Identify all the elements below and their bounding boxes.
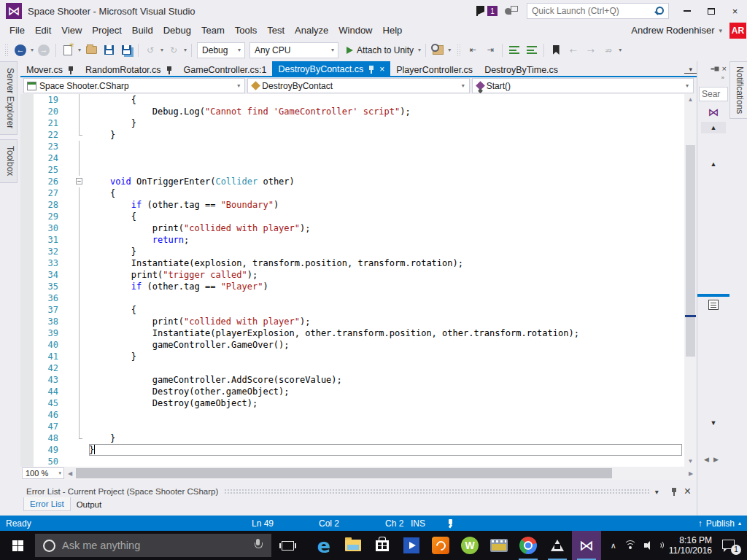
start-button[interactable] [0, 531, 35, 560]
code-line-29[interactable]: 29 { [20, 211, 684, 222]
editor-vertical-scrollbar[interactable]: ▲ ▼ [684, 94, 697, 467]
tab-close-icon[interactable]: × [379, 64, 384, 74]
outlining-margin[interactable] [61, 246, 89, 257]
toolbar-grip[interactable] [4, 44, 9, 57]
indicator-margin[interactable] [20, 94, 34, 106]
decrease-indent-button[interactable] [506, 42, 522, 58]
navigate-backward-in-files-button[interactable]: ⇤ [465, 42, 481, 58]
attach-plug-icon[interactable] [445, 516, 455, 531]
indicator-margin[interactable] [20, 362, 34, 374]
code-text[interactable]: print("trigger called"); [89, 269, 684, 281]
indicator-margin[interactable] [20, 234, 34, 246]
code-line-30[interactable]: 30 print("collided with player"); [20, 222, 684, 234]
code-text[interactable]: Instantiate(playerExplosion, other.trans… [89, 327, 684, 339]
code-line-23[interactable]: 23 [20, 141, 684, 152]
code-text[interactable] [89, 152, 684, 164]
outlining-margin[interactable] [61, 106, 89, 117]
code-editor[interactable]: 19 {20 Debug.Log("Cannot find 'GameContr… [20, 94, 684, 467]
outlining-margin[interactable] [61, 152, 89, 164]
code-text[interactable] [89, 362, 684, 374]
microphone-icon[interactable] [254, 539, 263, 552]
code-line-24[interactable]: 24 [20, 152, 684, 164]
code-text[interactable] [89, 421, 684, 432]
code-text[interactable] [89, 292, 684, 304]
action-center-button[interactable]: 1 [722, 540, 737, 552]
indicator-margin[interactable] [20, 106, 34, 117]
indicator-margin[interactable] [20, 397, 34, 409]
notification-count-badge[interactable]: 1 [487, 6, 498, 16]
title-bar[interactable]: ⋈ Space Shooter - Microsoft Visual Studi… [0, 0, 747, 22]
find-in-files-button[interactable] [430, 42, 446, 58]
indicator-margin[interactable] [20, 281, 34, 292]
quick-launch-box[interactable] [527, 3, 669, 19]
indicator-margin[interactable] [20, 199, 34, 211]
menu-analyze[interactable]: Analyze [290, 23, 333, 38]
indicator-margin[interactable] [20, 222, 34, 234]
tab-randomrotator-cs[interactable]: RandomRotator.cs [80, 63, 178, 77]
panel-drag-texture[interactable] [224, 489, 649, 494]
outlining-margin[interactable] [61, 351, 89, 362]
user-caret-icon[interactable]: ▾ [719, 27, 722, 34]
code-line-19[interactable]: 19 { [20, 94, 684, 106]
indicator-margin[interactable] [20, 444, 34, 456]
pin-icon[interactable] [166, 66, 172, 74]
menu-debug[interactable]: Debug [158, 23, 196, 38]
code-line-28[interactable]: 28 if (other.tag == "Boundary") [20, 199, 684, 211]
outlining-margin[interactable] [61, 187, 89, 199]
indicator-margin[interactable] [20, 292, 34, 304]
panel-options-caret[interactable]: ▾ [655, 488, 659, 496]
outlining-margin[interactable] [61, 456, 89, 467]
code-line-32[interactable]: 32 } [20, 246, 684, 257]
next-bookmark-button[interactable]: ⇢ [583, 42, 599, 58]
code-line-44[interactable]: 44 Destroy(other.gameObject); [20, 386, 684, 397]
code-line-25[interactable]: 25 [20, 164, 684, 176]
code-text[interactable]: { [89, 187, 684, 199]
code-line-40[interactable]: 40 gameController.GameOver(); [20, 339, 684, 351]
indicator-margin[interactable] [20, 432, 34, 444]
taskbar-edge[interactable]: e [309, 531, 338, 560]
indicator-margin[interactable] [20, 117, 34, 129]
code-line-31[interactable]: 31 return; [20, 234, 684, 246]
menu-help[interactable]: Help [378, 23, 408, 38]
code-line-21[interactable]: 21 } [20, 117, 684, 129]
outlining-margin[interactable] [61, 141, 89, 152]
send-feedback-icon[interactable] [505, 6, 518, 16]
indicator-margin[interactable] [20, 456, 34, 467]
outlining-margin[interactable]: – [61, 176, 89, 187]
solution-platform-combo[interactable]: Any CPU▾ [249, 42, 338, 58]
tab-gamecontroller-cs-1[interactable]: GameController.cs:1 [178, 63, 273, 77]
outlining-margin[interactable] [61, 269, 89, 281]
horizontal-scrollbar[interactable] [76, 467, 685, 480]
scroll-left-icon[interactable]: ◀ [64, 470, 76, 477]
panel-collapse-button[interactable]: ▲ [701, 158, 726, 170]
panel-scroll-down-button[interactable]: ▼ [697, 419, 729, 427]
increase-indent-button[interactable] [524, 42, 540, 58]
panel-tab-error-list[interactable]: Error List [23, 497, 71, 511]
code-text[interactable]: Debug.Log("Cannot find 'GameController' … [89, 106, 684, 117]
code-text[interactable]: } [89, 246, 684, 257]
code-text[interactable]: print("collided with player"); [89, 316, 684, 327]
outlining-margin[interactable] [61, 211, 89, 222]
project-dropdown[interactable]: Space Shooter.CSharp ▾ [23, 78, 245, 93]
wifi-icon[interactable] [624, 540, 637, 551]
tab-playercontroller-cs[interactable]: PlayerController.cs [390, 63, 479, 77]
error-list-header[interactable]: Error List - Current Project (Space Shoo… [20, 486, 697, 497]
taskbar-store[interactable] [368, 531, 397, 560]
indicator-margin[interactable] [20, 421, 34, 432]
previous-bookmark-button[interactable]: ⇠ [565, 42, 581, 58]
vertical-scroll-thumb[interactable] [686, 145, 695, 357]
type-dropdown[interactable]: DestroyByContact ▾ [247, 78, 469, 93]
indicator-margin[interactable] [20, 339, 34, 351]
back-history-caret[interactable]: ▾ [29, 47, 35, 53]
indicator-margin[interactable] [20, 164, 34, 176]
outlining-margin[interactable] [61, 362, 89, 374]
undo-button[interactable]: ↺ [142, 42, 158, 58]
indicator-margin[interactable] [20, 386, 34, 397]
code-text[interactable]: Destroy(gameObject); [89, 397, 684, 409]
scroll-down-icon[interactable]: ▼ [684, 456, 697, 467]
code-text[interactable]: gameController.GameOver(); [89, 339, 684, 351]
redo-button[interactable]: ↻ [166, 42, 182, 58]
clear-bookmarks-button[interactable]: ⇏ [600, 42, 616, 58]
outlining-margin[interactable] [61, 421, 89, 432]
panel-left-right-arrows[interactable]: ◀▶ [697, 456, 729, 463]
